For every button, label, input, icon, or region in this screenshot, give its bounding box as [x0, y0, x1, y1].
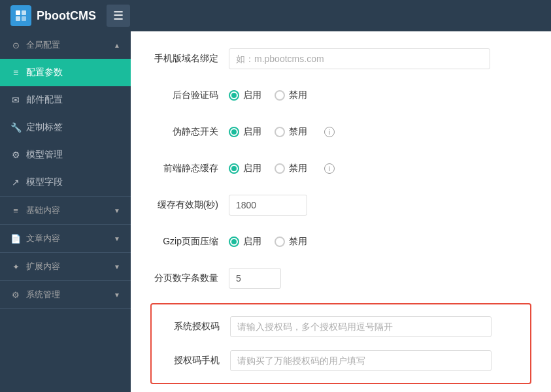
sidebar-item-model-fields[interactable]: ↗ 模型字段: [0, 169, 131, 196]
control-auth-code: [230, 316, 492, 337]
radio-cache-disable[interactable]: 禁用: [275, 163, 307, 174]
sidebar-item-system-manage[interactable]: ⚙ 系统管理 ▼: [0, 281, 131, 308]
sidebar: ⊙ 全局配置 ▲ ≡ 配置参数 ✉ 邮件配置 🔧 定制标签 ⚙ 模型管理 ↗: [0, 31, 131, 392]
form-row-pseudo-static: 伪静态开关 启用 禁用 i: [150, 120, 531, 144]
label-backend-verify: 后台验证码: [150, 90, 229, 101]
input-cache-expire[interactable]: [229, 195, 307, 216]
sidebar-item-label: 扩展内容: [26, 261, 60, 272]
mail-icon: ✉: [10, 95, 21, 105]
radio-label-disable: 禁用: [289, 126, 307, 138]
sidebar-item-label: 文章内容: [26, 233, 60, 244]
settings-icon: ⚙: [10, 150, 21, 160]
radio-circle-disable: [275, 237, 285, 247]
control-gzip: 启用 禁用: [229, 236, 490, 248]
frontend-cache-info-icon[interactable]: i: [324, 163, 335, 174]
form-row-mobile-domain: 手机版域名绑定: [150, 47, 531, 71]
control-auth-phone: [230, 350, 492, 371]
radio-label-enable: 启用: [243, 90, 261, 101]
form-row-gzip: Gzip页面压缩 启用 禁用: [150, 230, 531, 253]
system-icon: ⚙: [10, 290, 21, 300]
radio-backend-disable[interactable]: 禁用: [275, 90, 307, 101]
sidebar-item-custom-tags[interactable]: 🔧 定制标签: [0, 114, 131, 141]
radio-backend-enable[interactable]: 启用: [229, 90, 261, 101]
label-auth-phone: 授权码手机: [152, 355, 230, 367]
control-cache-expire: [229, 195, 490, 216]
basic-icon: ≡: [10, 206, 21, 216]
label-gzip: Gzip页面压缩: [150, 236, 229, 248]
control-pseudo-static: 启用 禁用 i: [229, 126, 490, 138]
control-frontend-cache: 启用 禁用 i: [229, 163, 490, 174]
global-config-icon: ⊙: [10, 41, 21, 50]
svg-rect-2: [16, 16, 20, 21]
radio-circle-enable: [229, 163, 239, 174]
radio-label-enable: 启用: [243, 163, 261, 174]
radio-gzip-enable[interactable]: 启用: [229, 236, 261, 248]
arrow-icon: ▼: [114, 263, 120, 270]
content-area: 手机版域名绑定 后台验证码 启用 禁用 伪静态开关: [131, 31, 551, 392]
sidebar-item-label: 配置参数: [26, 67, 63, 78]
logo-icon: [10, 5, 31, 26]
form-row-cache-expire: 缓存有效期(秒): [150, 193, 531, 217]
input-pagination[interactable]: [229, 268, 281, 289]
label-mobile-domain: 手机版域名绑定: [150, 53, 229, 65]
auth-section: 系统授权码 授权码手机: [150, 303, 531, 384]
control-mobile-domain: [229, 48, 490, 69]
article-icon: 📄: [10, 234, 21, 244]
radio-label-enable: 启用: [243, 126, 261, 138]
form-row-auth-code: 系统授权码: [152, 315, 530, 338]
sidebar-item-article-content[interactable]: 📄 文章内容 ▼: [0, 225, 131, 252]
sidebar-item-model-manage[interactable]: ⚙ 模型管理: [0, 141, 131, 169]
pseudo-static-info-icon[interactable]: i: [324, 127, 335, 137]
radio-pseudo-disable[interactable]: 禁用: [275, 126, 307, 138]
radio-label-enable: 启用: [243, 236, 261, 248]
sidebar-item-label: 邮件配置: [26, 94, 63, 106]
arrow-icon: ▼: [114, 291, 120, 299]
sidebar-section-basic: ≡ 基础内容 ▼: [0, 197, 131, 225]
topbar: PbootCMS ☰: [0, 0, 551, 31]
fields-icon: ↗: [10, 177, 21, 188]
main-layout: ⊙ 全局配置 ▲ ≡ 配置参数 ✉ 邮件配置 🔧 定制标签 ⚙ 模型管理 ↗: [0, 31, 551, 392]
control-pagination: [229, 268, 490, 289]
radio-cache-enable[interactable]: 启用: [229, 163, 261, 174]
svg-rect-1: [22, 10, 26, 15]
svg-rect-0: [16, 10, 20, 15]
input-auth-code[interactable]: [230, 316, 492, 337]
label-pagination: 分页数字条数量: [150, 272, 229, 284]
form-row-pagination: 分页数字条数量: [150, 267, 531, 290]
input-mobile-domain[interactable]: [229, 48, 490, 69]
extend-icon: ✦: [10, 262, 21, 272]
form-row-backend-verify: 后台验证码 启用 禁用: [150, 84, 531, 107]
sidebar-section-article: 📄 文章内容 ▼: [0, 225, 131, 253]
wrench-icon: 🔧: [10, 122, 21, 133]
arrow-icon: ▼: [114, 207, 120, 214]
menu-toggle-button[interactable]: ☰: [107, 5, 130, 27]
radio-circle-enable: [229, 127, 239, 137]
input-auth-phone[interactable]: [230, 350, 492, 371]
sidebar-item-label: 模型字段: [26, 176, 63, 188]
logo: PbootCMS: [10, 5, 96, 26]
logo-text: PbootCMS: [37, 9, 96, 23]
label-auth-code: 系统授权码: [152, 321, 230, 333]
radio-label-disable: 禁用: [289, 163, 307, 174]
radio-pseudo-enable[interactable]: 启用: [229, 126, 261, 138]
sidebar-item-config-params[interactable]: ≡ 配置参数: [0, 59, 131, 86]
arrow-icon: ▲: [114, 42, 120, 49]
sidebar-item-label: 全局配置: [26, 39, 60, 51]
sidebar-item-global-config[interactable]: ⊙ 全局配置 ▲: [0, 31, 131, 59]
sidebar-item-basic-content[interactable]: ≡ 基础内容 ▼: [0, 197, 131, 224]
sidebar-item-label: 定制标签: [26, 122, 63, 133]
sidebar-item-mail-config[interactable]: ✉ 邮件配置: [0, 86, 131, 114]
radio-circle-enable: [229, 237, 239, 247]
label-pseudo-static: 伪静态开关: [150, 126, 229, 138]
sidebar-section-global: ⊙ 全局配置 ▲ ≡ 配置参数 ✉ 邮件配置 🔧 定制标签 ⚙ 模型管理 ↗: [0, 31, 131, 197]
sidebar-item-label: 模型管理: [26, 149, 63, 161]
sidebar-item-extend-content[interactable]: ✦ 扩展内容 ▼: [0, 253, 131, 280]
sidebar-item-label: 基础内容: [26, 204, 60, 216]
radio-gzip-disable[interactable]: 禁用: [275, 236, 307, 248]
sidebar-section-system: ⚙ 系统管理 ▼: [0, 281, 131, 309]
radio-label-disable: 禁用: [289, 236, 307, 248]
arrow-icon: ▼: [114, 235, 120, 242]
control-backend-verify: 启用 禁用: [229, 90, 490, 101]
config-params-icon: ≡: [10, 67, 21, 78]
radio-circle-enable: [229, 90, 239, 101]
